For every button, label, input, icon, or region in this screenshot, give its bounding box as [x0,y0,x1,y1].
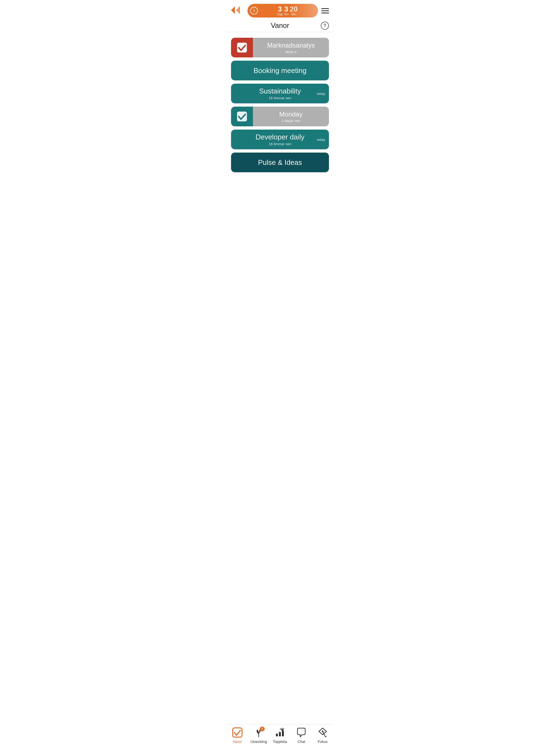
habit-item-sustainability[interactable]: Sustainability 16 timmar sen wday [231,84,329,103]
timer-hours: 3 Tim [284,5,289,16]
svg-rect-9 [282,730,284,736]
habit-title-monday: Monday [279,110,302,118]
help-button[interactable]: ? [321,22,329,30]
nav-item-vanor[interactable]: Vanor [229,726,246,744]
habit-body-marknadsanalys: Marknadsanalys done a [253,38,329,57]
svg-marker-2 [235,6,239,14]
habit-item-monday[interactable]: Monday 1 dagar sen [231,107,329,126]
habit-list: Marknadsanalys done a Booking meeting Su… [227,32,333,177]
header: i 3 Dag 3 Tim 20 Min [227,0,333,20]
menu-line-3 [321,12,329,14]
habit-item-booking-meeting[interactable]: Booking meeting [231,61,329,80]
habit-title-marknadsanalys: Marknadsanalys [267,42,315,49]
nav-icon-utveckling: ! [253,726,265,739]
habit-body-monday: Monday 1 dagar sen [253,107,329,126]
habit-subtitle-developer-daily: 16 timmar sen [269,142,291,146]
menu-line-2 [321,10,329,11]
svg-point-12 [322,730,324,732]
svg-marker-0 [231,6,235,14]
timer-info-icon: i [250,7,258,15]
nav-icon-chat [295,726,307,739]
habit-body-sustainability: Sustainability 16 timmar sen wday [231,84,329,103]
menu-line-1 [321,8,329,9]
svg-rect-8 [279,732,281,736]
habit-title-sustainability: Sustainability [259,87,301,96]
app-logo[interactable] [231,5,244,16]
habit-item-pulse-ideas[interactable]: Pulse & Ideas [231,153,329,172]
nav-item-utveckling[interactable]: ! Utveckling [251,726,267,744]
svg-rect-7 [276,733,278,736]
bottom-nav: Vanor ! Utveckling [227,724,333,747]
habit-item-marknadsanalys[interactable]: Marknadsanalys done a [231,38,329,57]
habit-item-developer-daily[interactable]: Developer daily 16 timmar sen wday [231,130,329,149]
timer-segments: 3 Dag 3 Tim 20 Min [261,5,314,16]
nav-icon-fokus [316,726,329,739]
habit-body-pulse-ideas: Pulse & Ideas [231,153,329,172]
habit-subtitle-sustainability: 16 timmar sen [269,96,291,100]
nav-label-vanor: Vanor [233,740,242,744]
timer-days: 3 Dag [277,5,282,16]
nav-item-topplista[interactable]: Topplista [272,726,288,744]
page-title-row: Vanor ? [227,20,333,32]
habit-subtitle-marknadsanalys: done a [285,50,297,54]
habit-check-monday [231,107,253,126]
menu-button[interactable] [321,8,329,14]
habit-title-pulse-ideas: Pulse & Ideas [258,158,302,167]
timer-minutes: 20 Min [290,5,298,16]
habit-body-booking-meeting: Booking meeting [231,61,329,80]
nav-item-chat[interactable]: Chat [293,726,309,744]
nav-label-chat: Chat [298,740,305,744]
habit-badge-sustainability: wday [317,92,325,96]
habit-check-marknadsanalys [231,38,253,57]
habit-badge-developer-daily: wday [317,137,325,141]
habit-title-developer-daily: Developer daily [255,133,304,141]
page-title: Vanor [271,21,289,30]
nav-label-topplista: Topplista [273,740,287,744]
main-content-wrapper: Marknadsanalys done a Booking meeting Su… [227,32,333,201]
nav-icon-topplista [274,726,286,739]
timer-bar[interactable]: i 3 Dag 3 Tim 20 Min [248,4,318,18]
nav-item-fokus[interactable]: Fokus [314,726,331,744]
habit-subtitle-monday: 1 dagar sen [282,119,301,123]
habit-body-developer-daily: Developer daily 16 timmar sen wday [231,130,329,149]
nav-label-fokus: Fokus [318,740,327,744]
habit-title-booking-meeting: Booking meeting [253,67,307,75]
nav-badge-utveckling: ! [260,726,265,731]
nav-icon-vanor [231,726,244,739]
nav-label-utveckling: Utveckling [251,740,267,744]
